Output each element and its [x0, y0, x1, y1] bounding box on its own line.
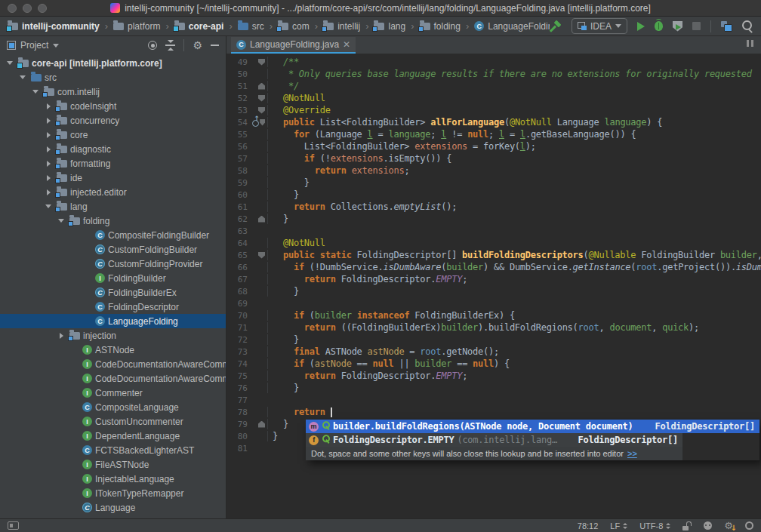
completion-item-builder-buildfoldregions-astno[interactable]: mbuilder.buildFoldRegions(ASTNode node, … — [306, 420, 759, 433]
tree-item-codedocumentationawarecommenterex[interactable]: ICodeDocumentationAwareCommenterEx — [0, 371, 226, 386]
tree-item-commenter[interactable]: ICommenter — [0, 386, 226, 400]
expand-arrow[interactable] — [56, 219, 66, 223]
code-line-75[interactable]: 75 return FoldingDescriptor.EMPTY; — [226, 370, 761, 382]
expand-arrow[interactable] — [43, 161, 54, 167]
gutter-marks[interactable] — [252, 107, 267, 114]
run-with-coverage-button[interactable] — [673, 21, 682, 32]
tree-item-injected-editor[interactable]: injected.editor — [0, 185, 226, 199]
code-text[interactable]: return FoldingDescriptor.EMPTY; — [267, 274, 467, 284]
code-text[interactable]: public static FoldingDescriptor[] buildF… — [267, 250, 761, 260]
tree-item-astnode[interactable]: IASTNode — [0, 343, 226, 357]
fold-start-icon[interactable] — [260, 119, 265, 126]
line-number[interactable]: 49 — [226, 57, 252, 67]
line-number[interactable]: 69 — [226, 299, 252, 309]
fold-start-icon[interactable] — [258, 252, 265, 259]
gutter-marks[interactable] — [252, 118, 267, 127]
code-line-66[interactable]: 66 if (!DumbService.isDumbAware(builder)… — [226, 261, 761, 273]
code-text[interactable]: return FoldingDescriptor.EMPTY; — [267, 371, 467, 381]
tree-item-compositefoldingbuilder[interactable]: CCompositeFoldingBuilder — [0, 228, 226, 242]
code-text[interactable]: } — [267, 334, 299, 345]
expand-arrow[interactable] — [30, 90, 41, 94]
tree-item-formatting[interactable]: formatting — [0, 156, 226, 171]
code-text[interactable]: } — [267, 431, 278, 441]
code-text[interactable]: } — [267, 177, 310, 188]
stop-button[interactable] — [692, 22, 701, 30]
minimize-window-button[interactable] — [23, 4, 32, 13]
code-line-74[interactable]: 74 if (astNode == null || builder == nul… — [226, 358, 761, 370]
code-text[interactable]: if (!DumbService.isDumbAware(builder) &&… — [267, 262, 761, 272]
breadcrumb-item-folding[interactable]: folding — [418, 20, 462, 32]
expand-arrow[interactable] — [43, 118, 54, 124]
code-line-77[interactable]: 77 — [226, 394, 761, 406]
code-line-63[interactable]: 63 — [226, 225, 761, 237]
code-text[interactable]: if (!extensions.isEmpty()) { — [267, 153, 451, 164]
line-number[interactable]: 67 — [226, 275, 252, 284]
line-number[interactable]: 72 — [226, 335, 252, 345]
tree-item-lang[interactable]: lang — [0, 199, 226, 214]
code-text[interactable]: */ — [267, 81, 299, 91]
line-separator-widget[interactable]: LF — [610, 521, 627, 530]
line-number[interactable]: 63 — [226, 226, 252, 236]
code-line-53[interactable]: 53 @Override — [226, 104, 761, 116]
expand-arrow[interactable] — [43, 189, 54, 195]
expand-arrow[interactable] — [43, 132, 54, 138]
line-number[interactable]: 76 — [226, 383, 252, 393]
tree-item-foldingdescriptor[interactable]: CFoldingDescriptor — [0, 300, 226, 314]
gutter-marks[interactable] — [252, 216, 267, 223]
gutter-marks[interactable] — [252, 252, 267, 259]
line-number[interactable]: 68 — [226, 287, 252, 297]
fold-start-icon[interactable] — [258, 107, 265, 114]
window-controls[interactable] — [8, 4, 47, 13]
gear-icon[interactable]: ⚙ — [193, 40, 202, 51]
tree-item-ide[interactable]: ide — [0, 171, 226, 185]
line-number[interactable]: 57 — [226, 154, 252, 164]
code-text[interactable]: /** — [267, 57, 299, 67]
code-text[interactable]: final ASTNode astNode = root.getNode(); — [267, 346, 499, 357]
completion-item-foldingdescriptor-empty[interactable]: fFoldingDescriptor.EMPTY(com.intellij.la… — [306, 433, 682, 447]
breadcrumb-item-lang[interactable]: lang — [372, 20, 407, 32]
code-text[interactable]: @NotNull — [267, 238, 325, 248]
caret-position-widget[interactable]: 78:12 — [578, 521, 599, 530]
line-number[interactable]: 53 — [226, 106, 252, 115]
code-line-57[interactable]: 57 if (!extensions.isEmpty()) { — [226, 152, 761, 165]
code-line-56[interactable]: 56 List<FoldingBuilder> extensions = for… — [226, 140, 761, 152]
project-structure-button[interactable] — [721, 21, 732, 32]
tree-item-core-api-intellij-platform-core[interactable]: core-api [intellij.platform.core] — [0, 56, 226, 70]
tree-item-customuncommenter[interactable]: ICustomUncommenter — [0, 414, 226, 429]
encoding-widget[interactable]: UTF-8 — [639, 521, 670, 530]
line-number[interactable]: 62 — [226, 214, 252, 224]
fold-end-icon[interactable] — [258, 216, 265, 223]
breadcrumb-item-platform[interactable]: platform — [112, 20, 162, 32]
line-number[interactable]: 50 — [226, 69, 252, 79]
tree-item-compositelanguage[interactable]: CCompositeLanguage — [0, 400, 226, 414]
expand-arrow[interactable] — [43, 146, 54, 152]
unlocked-icon[interactable] — [682, 521, 692, 530]
tree-item-folding[interactable]: folding — [0, 214, 226, 228]
code-text[interactable]: } — [267, 419, 288, 429]
breadcrumb-item-intellij[interactable]: intellij — [322, 20, 362, 32]
gutter-marks[interactable] — [252, 95, 267, 102]
code-line-51[interactable]: 51 */ — [226, 80, 761, 92]
breadcrumb-item-intellij-community[interactable]: intellij-community — [6, 20, 101, 32]
line-number[interactable]: 70 — [226, 311, 252, 321]
line-number[interactable]: 80 — [226, 432, 252, 441]
completion-hint-link[interactable]: >> — [627, 449, 637, 458]
code-text[interactable]: if (astNode == null || builder == null) … — [267, 358, 510, 369]
code-text[interactable]: return — [267, 407, 332, 417]
line-number[interactable]: 60 — [226, 190, 252, 200]
breadcrumb-item-core-api[interactable]: core-api — [173, 20, 226, 32]
line-number[interactable]: 79 — [226, 420, 252, 429]
line-number[interactable]: 52 — [226, 94, 252, 103]
code-line-64[interactable]: 64 @NotNull — [226, 237, 761, 249]
code-line-73[interactable]: 73 final ASTNode astNode = root.getNode(… — [226, 346, 761, 358]
code-text[interactable]: @NotNull — [267, 93, 325, 103]
expand-arrow[interactable] — [5, 61, 15, 65]
fold-end-icon[interactable] — [258, 83, 265, 90]
code-line-59[interactable]: 59 } — [226, 177, 761, 189]
code-text[interactable]: List<FoldingBuilder> extensions = forKey… — [267, 141, 536, 152]
code-text[interactable]: return ((FoldingBuilderEx)builder).build… — [267, 322, 699, 333]
toolwindow-toggle-icon[interactable] — [8, 521, 19, 530]
tree-item-fileastnode[interactable]: IFileASTNode — [0, 457, 226, 472]
line-number[interactable]: 51 — [226, 81, 252, 91]
project-panel-title[interactable]: Project — [20, 40, 48, 51]
